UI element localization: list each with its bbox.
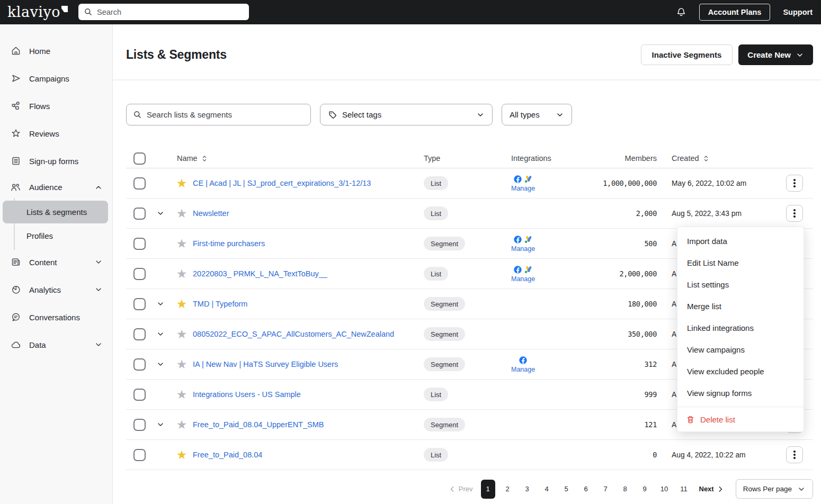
page-button-6[interactable]: 6 [579, 480, 593, 499]
chevron-down-icon[interactable] [94, 258, 103, 266]
favorite-star-icon[interactable]: ★ [176, 268, 188, 280]
sidebar-item-conversations[interactable]: Conversations [0, 303, 112, 331]
bell-icon[interactable] [676, 7, 686, 17]
row-name-link[interactable]: 20220803_ PRMK_L_NA_TextToBuy__ [193, 269, 327, 278]
expand-chevron-icon[interactable] [156, 360, 165, 368]
favorite-star-icon[interactable]: ★ [176, 177, 188, 190]
prev-page-button[interactable]: Prev [445, 485, 476, 493]
menu-item-view-campaigns[interactable]: View campaigns [677, 339, 804, 361]
sidebar-item-profiles[interactable]: Profiles [3, 224, 108, 247]
menu-item-merge-list[interactable]: Merge list [677, 295, 804, 317]
create-new-button[interactable]: Create New [738, 44, 813, 65]
menu-item-list-settings[interactable]: List settings [677, 274, 804, 295]
favorite-star-icon[interactable]: ★ [176, 298, 188, 310]
expand-chevron-icon[interactable] [156, 300, 165, 308]
favorite-star-icon[interactable]: ★ [176, 389, 188, 401]
page-button-11[interactable]: 11 [677, 480, 691, 499]
list-search-field[interactable] [126, 104, 311, 125]
sidebar-item-content[interactable]: Content [0, 248, 112, 276]
page-button-2[interactable]: 2 [501, 480, 515, 499]
row-checkbox[interactable] [133, 177, 146, 190]
row-checkbox[interactable] [133, 449, 146, 461]
expand-chevron-icon[interactable] [156, 330, 165, 338]
sort-icon[interactable] [702, 155, 710, 163]
row-checkbox[interactable] [133, 208, 146, 220]
favorite-star-icon[interactable]: ★ [176, 449, 188, 461]
row-checkbox[interactable] [133, 328, 146, 340]
manage-link[interactable]: Manage [511, 275, 535, 283]
members-count: 180,000 [628, 300, 657, 308]
select-tags-dropdown[interactable]: Select tags [320, 104, 493, 125]
column-header-created[interactable]: Created [657, 154, 786, 163]
sidebar-item-analytics[interactable]: Analytics [0, 276, 112, 303]
menu-item-view-excluded-people[interactable]: View excluded people [677, 361, 804, 382]
page-button-4[interactable]: 4 [540, 480, 554, 499]
menu-item-edit-list-name[interactable]: Edit List Name [677, 252, 804, 274]
row-name-link[interactable]: Free_to_Paid_08.04_UpperENT_SMB [193, 420, 324, 429]
menu-item-import-data[interactable]: Import data [677, 230, 804, 252]
sidebar-item-reviews[interactable]: Reviews [0, 120, 112, 147]
sidebar-item-campaigns[interactable]: Campaigns [0, 65, 112, 92]
row-name-link[interactable]: IA | New Nav | HaTS Survey Eligible User… [193, 360, 338, 368]
page-button-7[interactable]: 7 [599, 480, 613, 499]
manage-link[interactable]: Manage [511, 185, 535, 192]
chevron-up-icon[interactable] [94, 183, 103, 192]
inactive-segments-button[interactable]: Inactive Segments [641, 44, 733, 65]
manage-link[interactable]: Manage [511, 245, 535, 253]
account-plans-button[interactable]: Account Plans [699, 4, 771, 21]
chevron-down-icon[interactable] [94, 285, 103, 294]
menu-item-view-signup-forms[interactable]: View signup forms [677, 382, 804, 404]
sidebar-item-audience[interactable]: Audience [0, 175, 112, 200]
row-checkbox[interactable] [133, 238, 146, 250]
row-checkbox[interactable] [133, 298, 146, 310]
select-all-checkbox[interactable] [133, 152, 146, 165]
row-actions-button[interactable] [786, 175, 803, 192]
expand-chevron-icon[interactable] [156, 420, 165, 429]
favorite-star-icon[interactable]: ★ [176, 238, 188, 250]
manage-link[interactable]: Manage [511, 366, 535, 373]
list-search-input[interactable] [147, 110, 304, 119]
page-button-10[interactable]: 10 [657, 480, 672, 499]
favorite-star-icon[interactable]: ★ [176, 419, 188, 431]
sidebar-item-flows[interactable]: Flows [0, 92, 112, 120]
klaviyo-logo[interactable]: klaviyo [7, 4, 68, 20]
sort-icon[interactable] [201, 155, 208, 163]
page-button-1[interactable]: 1 [481, 480, 495, 499]
type-filter-dropdown[interactable]: All types [502, 104, 572, 125]
favorite-star-icon[interactable]: ★ [176, 208, 188, 220]
rows-per-page-select[interactable]: Rows Per page [736, 479, 813, 499]
expand-chevron-icon[interactable] [156, 209, 165, 218]
row-name-link[interactable]: First-time purchasers [193, 239, 265, 248]
global-search[interactable] [78, 4, 249, 20]
row-actions-button[interactable] [786, 446, 803, 463]
column-header-name[interactable]: Name [171, 154, 424, 163]
global-search-input[interactable] [97, 8, 244, 16]
page-button-3[interactable]: 3 [520, 480, 534, 499]
signup-forms-icon [10, 156, 21, 166]
row-checkbox[interactable] [133, 419, 146, 431]
row-checkbox[interactable] [133, 358, 146, 371]
row-name-link[interactable]: TMD | Typeform [193, 300, 247, 308]
favorite-star-icon[interactable]: ★ [176, 328, 188, 340]
page-button-8[interactable]: 8 [618, 480, 632, 499]
row-name-link[interactable]: CE | Acad | JL | SJ_prod_cert_expiration… [193, 179, 371, 187]
sidebar-item-sign-up-forms[interactable]: Sign-up forms [0, 147, 112, 175]
menu-item-linked-integrations[interactable]: Linked integrations [677, 317, 804, 339]
sidebar-item-lists-segments[interactable]: Lists & segments [3, 201, 108, 223]
favorite-star-icon[interactable]: ★ [176, 358, 188, 371]
row-name-link[interactable]: 08052022_ECO_S_APAC_AllCustomers_AC_NewZ… [193, 330, 394, 338]
row-checkbox[interactable] [133, 389, 146, 401]
row-name-link[interactable]: Free_to_Paid_08.04 [193, 451, 262, 459]
sidebar-item-home[interactable]: Home [0, 37, 112, 65]
row-name-link[interactable]: Newsletter [193, 209, 229, 218]
page-button-9[interactable]: 9 [638, 480, 652, 499]
chevron-down-icon[interactable] [94, 340, 103, 349]
row-name-link[interactable]: Integrations Users - US Sample [193, 390, 301, 399]
delete-list-menu-item[interactable]: Delete list [677, 407, 804, 431]
support-link[interactable]: Support [783, 8, 813, 16]
page-button-5[interactable]: 5 [559, 480, 574, 499]
sidebar-item-data[interactable]: Data [0, 331, 112, 358]
row-checkbox[interactable] [133, 268, 146, 280]
next-page-button[interactable]: Next [696, 485, 727, 493]
row-actions-button[interactable] [786, 205, 803, 222]
